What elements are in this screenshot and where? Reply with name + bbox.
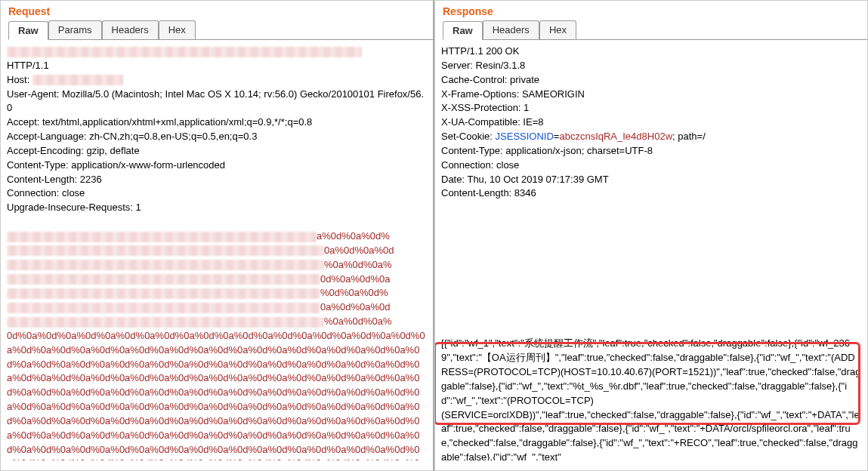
response-json-rest: (SERVICE=orclXDB))","leaf":true,"checked…: [441, 408, 861, 461]
tab-hex-resp[interactable]: Hex: [539, 20, 576, 39]
request-line: HTTP/1.1: [7, 59, 427, 73]
response-body[interactable]: HTTP/1.1 200 OKServer: Resin/3.1.8Cache-…: [435, 40, 867, 460]
response-title: Response: [435, 1, 867, 20]
tab-headers-resp[interactable]: Headers: [483, 20, 539, 39]
tab-hex[interactable]: Hex: [159, 20, 196, 39]
response-line: Set-Cookie: JSESSIONID=abczcnsIqRA_Ie4d8…: [441, 130, 861, 144]
request-line: Accept-Encoding: gzip, deflate: [7, 144, 427, 159]
request-tabs: Raw Params Headers Hex: [8, 20, 433, 40]
response-line: X-UA-Compatible: IE=8: [441, 115, 861, 130]
request-title: Request: [1, 1, 433, 20]
response-line: Content-Type: application/x-json; charse…: [441, 144, 861, 159]
response-line: Cache-Control: private: [441, 73, 861, 88]
request-body-row: 0a%0d%0a%0d: [7, 300, 427, 315]
request-body-wrap: 0d%0a%0d%0a%0d%0a%0d%0a%0d%0a%0d%0a%0d%0…: [7, 329, 427, 460]
request-line: Accept: text/html,application/xhtml+xml,…: [7, 115, 427, 130]
response-line: Connection: close: [441, 159, 861, 173]
request-body-row: 0d%0a%0d%0a: [7, 272, 427, 287]
request-line: [7, 45, 427, 59]
response-line: X-XSS-Protection: 1: [441, 101, 861, 115]
response-line: Server: Resin/3.1.8: [441, 59, 861, 73]
request-line: Upgrade-Insecure-Requests: 1: [7, 201, 427, 215]
response-line: HTTP/1.1 200 OK: [441, 45, 861, 59]
response-json-highlighted: [{"id":"wf_1","text":"系统提醒工作流","leaf":tr…: [441, 337, 861, 408]
tab-raw-resp[interactable]: Raw: [443, 21, 483, 40]
tab-headers[interactable]: Headers: [102, 20, 159, 39]
request-line: User-Agent: Mozilla/5.0 (Macintosh; Inte…: [7, 88, 427, 116]
request-body-row: %0d%0a%0d%: [7, 286, 427, 300]
request-line: Content-Length: 2236: [7, 173, 427, 187]
tab-params[interactable]: Params: [48, 20, 102, 39]
tab-raw[interactable]: Raw: [8, 21, 48, 40]
response-line: Content-Length: 8346: [441, 186, 861, 201]
request-body-row: %0a%0d%0a%: [7, 258, 427, 272]
request-line: Content-Type: application/x-www-form-url…: [7, 159, 427, 173]
request-line: Accept-Language: zh-CN,zh;q=0.8,en-US;q=…: [7, 130, 427, 144]
request-body[interactable]: HTTP/1.1Host: User-Agent: Mozilla/5.0 (M…: [1, 40, 433, 460]
request-line: Connection: close: [7, 186, 427, 201]
response-line: Date: Thu, 10 Oct 2019 07:17:39 GMT: [441, 173, 861, 187]
request-body-row: 0a%0d%0a%0d: [7, 244, 427, 258]
response-tabs: Raw Headers Hex: [443, 20, 867, 40]
response-pane: Response Raw Headers Hex HTTP/1.1 200 OK…: [434, 0, 868, 471]
request-pane: Request Raw Params Headers Hex HTTP/1.1H…: [0, 0, 434, 471]
request-line: Host:: [7, 73, 427, 88]
request-body-row: %0a%0d%0a%: [7, 315, 427, 329]
request-body-row: a%0d%0a%0d%: [7, 229, 427, 244]
response-line: X-Frame-Options: SAMEORIGIN: [441, 88, 861, 102]
